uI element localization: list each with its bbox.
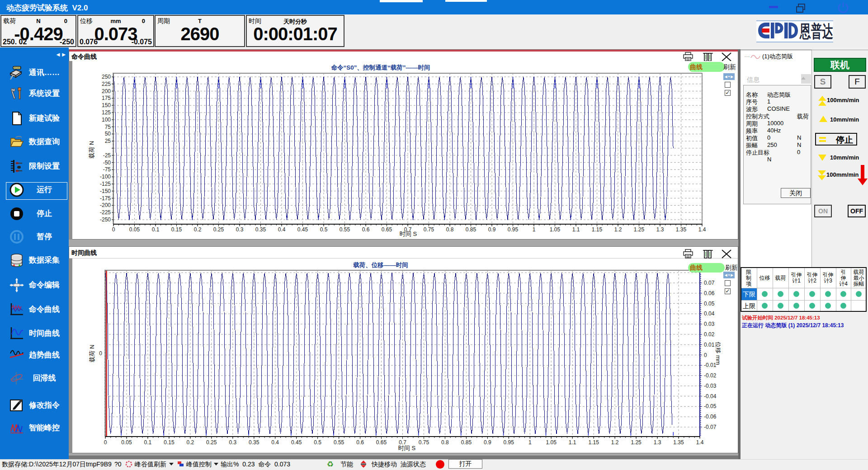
svg-text:0.65: 0.65	[376, 439, 387, 446]
svg-text:0.03: 0.03	[704, 321, 715, 327]
svg-text:0.35: 0.35	[255, 226, 266, 233]
svg-text:175: 175	[102, 95, 111, 101]
svg-text:0: 0	[99, 350, 102, 357]
svg-text:250: 250	[102, 74, 111, 80]
svg-text:恩普达: 恩普达	[799, 22, 833, 41]
svg-text:0.5: 0.5	[314, 439, 321, 446]
svg-text:0.07: 0.07	[704, 280, 715, 286]
svg-text:0.25: 0.25	[206, 439, 217, 446]
svg-text:0: 0	[104, 439, 107, 446]
svg-text:0.6: 0.6	[356, 439, 364, 446]
svg-text:0.2: 0.2	[187, 439, 194, 446]
svg-text:0.5: 0.5	[320, 226, 328, 233]
svg-text:0.6: 0.6	[362, 226, 370, 233]
svg-text:0.06: 0.06	[704, 290, 715, 296]
svg-text:-75: -75	[103, 166, 111, 173]
svg-text:-0.05: -0.05	[704, 403, 717, 409]
svg-text:-0.02: -0.02	[704, 372, 717, 379]
svg-text:-125: -125	[100, 181, 111, 187]
svg-text:1.25: 1.25	[631, 439, 642, 446]
svg-text:时间 S: 时间 S	[398, 445, 416, 451]
svg-text:0.45: 0.45	[291, 439, 302, 446]
svg-text:0.25: 0.25	[213, 226, 224, 233]
svg-text:-175: -175	[100, 195, 111, 202]
svg-text:0.8: 0.8	[446, 226, 454, 233]
svg-text:0.15: 0.15	[171, 226, 182, 233]
svg-text:-0.06: -0.06	[704, 414, 717, 420]
svg-text:0.05: 0.05	[704, 301, 715, 307]
svg-text:0.55: 0.55	[340, 226, 350, 233]
svg-text:位移 mm: 位移 mm	[715, 342, 722, 365]
svg-text:0.9: 0.9	[488, 226, 496, 233]
svg-text:50: 50	[105, 131, 111, 137]
svg-text:0.4: 0.4	[278, 226, 286, 233]
svg-text:1.05: 1.05	[546, 439, 557, 446]
svg-text:1.3: 1.3	[654, 439, 661, 446]
svg-text:-0.01: -0.01	[704, 362, 717, 368]
svg-text:0.95: 0.95	[508, 226, 519, 233]
svg-text:1: 1	[533, 226, 536, 233]
svg-text:0.4: 0.4	[271, 439, 279, 446]
svg-text:0.95: 0.95	[504, 439, 514, 446]
svg-text:0.85: 0.85	[466, 226, 476, 233]
svg-text:1.4: 1.4	[698, 226, 706, 233]
svg-text:0.02: 0.02	[704, 331, 715, 338]
svg-text:1.05: 1.05	[550, 226, 561, 233]
svg-text:0.75: 0.75	[424, 226, 434, 233]
svg-text:0.3: 0.3	[229, 439, 236, 446]
svg-text:载荷 N: 载荷 N	[88, 141, 95, 159]
svg-text:-150: -150	[100, 188, 111, 194]
svg-text:1: 1	[528, 439, 532, 446]
svg-text:1.25: 1.25	[634, 226, 645, 233]
svg-text:0.85: 0.85	[461, 439, 472, 446]
svg-text:0.05: 0.05	[121, 439, 132, 446]
svg-text:-0.07: -0.07	[704, 424, 717, 430]
svg-text:0.3: 0.3	[236, 226, 244, 233]
svg-text:1.15: 1.15	[589, 439, 599, 446]
svg-text:-0.03: -0.03	[704, 383, 717, 389]
svg-text:0.04: 0.04	[704, 310, 715, 317]
svg-text:100: 100	[102, 117, 111, 123]
svg-text:0.2: 0.2	[194, 226, 202, 233]
svg-text:-50: -50	[103, 160, 111, 166]
svg-text:1.3: 1.3	[656, 226, 664, 233]
svg-text:0.9: 0.9	[484, 439, 491, 446]
svg-text:1.35: 1.35	[673, 439, 684, 446]
svg-text:75: 75	[105, 124, 111, 130]
svg-text:-25: -25	[103, 152, 111, 159]
svg-text:125: 125	[102, 109, 111, 116]
svg-text:1.15: 1.15	[592, 226, 603, 233]
svg-text:0.15: 0.15	[164, 439, 175, 446]
svg-text:-200: -200	[100, 202, 111, 208]
svg-text:-100: -100	[100, 174, 111, 180]
svg-text:0.45: 0.45	[297, 226, 308, 233]
svg-text:0.1: 0.1	[144, 439, 152, 446]
svg-text:0.75: 0.75	[419, 439, 429, 446]
svg-text:0: 0	[112, 226, 115, 233]
svg-text:200: 200	[102, 88, 111, 94]
svg-text:1.1: 1.1	[569, 439, 576, 446]
svg-text:150: 150	[102, 102, 111, 108]
svg-text:0.65: 0.65	[382, 226, 392, 233]
svg-text:0.1: 0.1	[152, 226, 160, 233]
svg-text:25: 25	[105, 138, 111, 144]
svg-text:0.8: 0.8	[441, 439, 449, 446]
svg-text:0.55: 0.55	[334, 439, 344, 446]
svg-text:0.05: 0.05	[129, 226, 140, 233]
svg-text:0.35: 0.35	[249, 439, 259, 446]
svg-text:1.1: 1.1	[572, 226, 580, 233]
svg-text:0: 0	[704, 352, 707, 358]
svg-text:1.4: 1.4	[696, 439, 704, 446]
svg-text:-250: -250	[100, 216, 111, 223]
svg-text:0.01: 0.01	[704, 342, 715, 348]
svg-text:-0.04: -0.04	[704, 393, 717, 400]
svg-text:1.2: 1.2	[611, 439, 619, 446]
svg-text:1.2: 1.2	[614, 226, 622, 233]
svg-text:-225: -225	[100, 209, 111, 216]
svg-text:225: 225	[102, 81, 111, 87]
svg-text:1.35: 1.35	[676, 226, 687, 233]
svg-text:载荷 N: 载荷 N	[89, 345, 95, 362]
svg-text:时间 S: 时间 S	[400, 230, 417, 237]
